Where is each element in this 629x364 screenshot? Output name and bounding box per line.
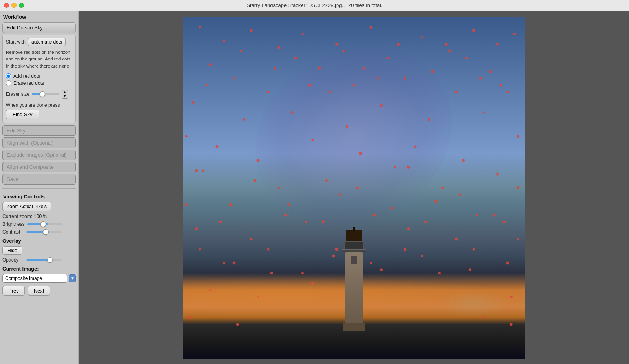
svg-point-85 (421, 254, 423, 257)
svg-point-51 (253, 179, 256, 182)
svg-point-98 (500, 84, 502, 86)
svg-point-88 (469, 268, 471, 271)
svg-point-90 (503, 220, 506, 223)
svg-point-2 (250, 29, 253, 32)
svg-point-79 (335, 247, 338, 251)
maximize-button[interactable] (19, 3, 24, 8)
svg-point-44 (462, 159, 465, 161)
svg-point-9 (448, 49, 451, 52)
zoom-actual-button[interactable]: Zoom Actual Pixels (2, 202, 51, 211)
erase-red-dots-label: Erase red dots (13, 80, 44, 86)
sidebar: Workflow Edit Dots in Sky Start with aut… (0, 11, 79, 364)
select-arrow-icon[interactable]: ▼ (69, 274, 76, 282)
svg-point-67 (496, 172, 499, 175)
svg-point-12 (513, 33, 516, 35)
lighthouse (342, 230, 366, 331)
svg-point-66 (493, 213, 496, 216)
minimize-button[interactable] (11, 3, 17, 8)
svg-point-13 (209, 63, 212, 66)
spinner-down[interactable]: ▼ (62, 94, 68, 98)
brightness-label: Brightness (2, 221, 25, 227)
svg-point-83 (404, 247, 407, 251)
main-layout: Workflow Edit Dots in Sky Start with aut… (0, 11, 629, 364)
automatic-dots-button[interactable]: automatic dots (28, 38, 66, 46)
lighthouse-lamp (344, 241, 364, 249)
instruction-text: Remove red dots on the horizon and on th… (6, 49, 72, 70)
lighthouse-base (343, 323, 365, 331)
svg-point-3 (277, 46, 280, 49)
save-button[interactable]: Save (2, 174, 76, 185)
svg-point-32 (479, 77, 482, 80)
viewing-controls-title: Viewing Controls (2, 194, 76, 199)
hide-button[interactable]: Hide (2, 246, 22, 255)
svg-point-91 (506, 261, 509, 264)
svg-point-48 (202, 169, 204, 172)
svg-point-82 (380, 268, 383, 271)
svg-point-62 (434, 199, 438, 203)
title-bar: Starry Landscape Stacker: DSCF2229.jpg… … (0, 0, 629, 11)
eraser-size-spinner[interactable]: ▲ ▼ (62, 90, 68, 99)
next-button[interactable]: Next (28, 286, 50, 296)
edit-sky-button[interactable]: Edit Sky (2, 125, 76, 136)
align-composite-button[interactable]: Align and Composite (2, 162, 76, 172)
svg-point-45 (483, 111, 485, 113)
svg-point-64 (459, 193, 461, 196)
done-row: When you are done press Find Sky (6, 102, 72, 119)
start-with-label: Start with (6, 39, 26, 45)
svg-point-71 (233, 261, 236, 264)
contrast-slider[interactable] (26, 231, 62, 233)
lighthouse-top (346, 230, 362, 241)
brightness-slider[interactable] (27, 223, 63, 225)
svg-point-94 (510, 323, 513, 326)
start-with-row: Start with automatic dots (6, 38, 72, 46)
eraser-size-row: Eraser size ▲ ▼ (6, 90, 72, 99)
prev-button[interactable]: Prev (2, 286, 25, 296)
svg-point-72 (250, 238, 253, 240)
image-canvas (183, 17, 525, 359)
svg-point-26 (274, 67, 276, 70)
add-red-dots-label: Add red dots (13, 73, 40, 79)
svg-point-65 (476, 214, 478, 216)
svg-point-24 (192, 101, 195, 104)
eraser-size-label: Eraser size (6, 91, 29, 97)
image-select[interactable]: Composite Image (2, 274, 67, 283)
svg-point-101 (243, 118, 246, 120)
divider-1 (2, 188, 76, 189)
edit-dots-button[interactable]: Edit Dots in Sky (2, 22, 76, 33)
svg-point-97 (206, 84, 208, 86)
svg-point-14 (233, 77, 235, 79)
svg-point-68 (195, 227, 198, 230)
svg-point-25 (240, 49, 242, 52)
svg-point-4 (301, 33, 303, 35)
spinner-up[interactable]: ▲ (62, 90, 68, 94)
lighthouse-body (345, 252, 363, 323)
svg-point-105 (185, 135, 188, 137)
svg-point-5 (335, 43, 338, 46)
opacity-slider[interactable] (26, 259, 62, 261)
svg-point-104 (517, 238, 519, 240)
overlay-title: Overlay (2, 238, 76, 244)
svg-point-102 (517, 135, 519, 138)
close-button[interactable] (4, 3, 9, 8)
svg-point-1 (223, 39, 225, 42)
eraser-size-slider[interactable] (32, 93, 59, 95)
add-red-dots-radio[interactable] (6, 73, 11, 79)
current-zoom-row: Current zoom: 100 % (2, 214, 76, 219)
exclude-images-button[interactable]: Exclude Images (Optional) (2, 150, 76, 160)
svg-point-89 (472, 248, 475, 250)
svg-point-8 (421, 36, 423, 38)
svg-point-74 (270, 272, 273, 274)
nav-buttons: Prev Next (2, 286, 76, 296)
svg-point-103 (517, 186, 520, 189)
svg-point-33 (500, 84, 502, 86)
svg-point-34 (216, 145, 219, 148)
svg-point-0 (199, 26, 201, 28)
align-with-button[interactable]: Align With (Optional) (2, 137, 76, 148)
find-sky-button[interactable]: Find Sky (6, 110, 39, 119)
milky-way (222, 17, 486, 262)
erase-red-dots-radio[interactable] (6, 80, 11, 86)
svg-point-78 (332, 254, 335, 257)
svg-point-86 (438, 272, 441, 274)
traffic-lights (4, 3, 24, 8)
zoom-value: 100 % (34, 214, 47, 219)
